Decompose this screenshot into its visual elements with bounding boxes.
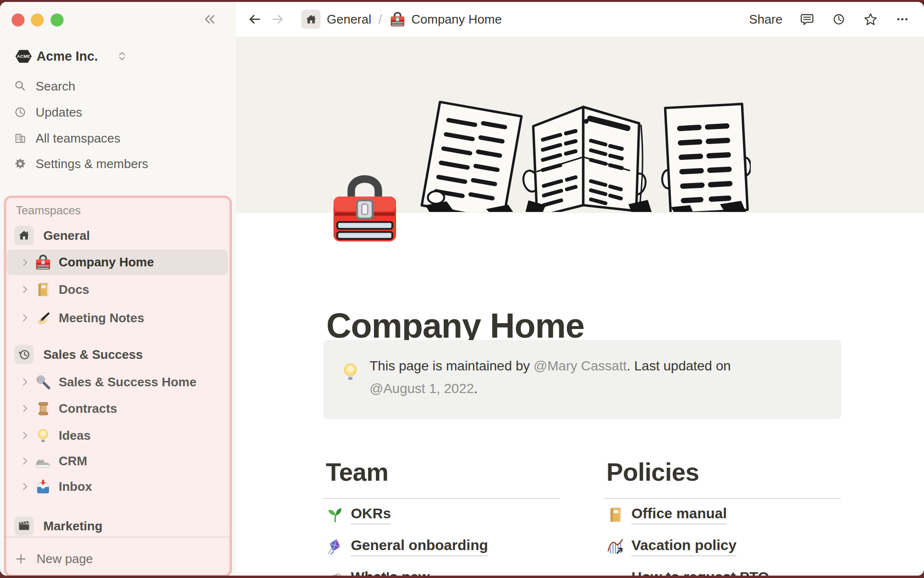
link-label: General onboarding bbox=[351, 537, 488, 556]
zoom-window-button[interactable] bbox=[51, 13, 64, 26]
callout-text: This page is maintained by @Mary Cassatt… bbox=[370, 355, 731, 400]
plus-icon bbox=[14, 552, 27, 565]
page-item-label: Sales & Success Home bbox=[59, 375, 196, 390]
sidebar-item-label: Updates bbox=[36, 105, 82, 120]
forward-icon[interactable] bbox=[270, 12, 285, 26]
link-vacation-policy[interactable]: Vacation policy bbox=[604, 531, 841, 563]
page-item-label: Company Home bbox=[59, 255, 154, 270]
breadcrumb-home-chip[interactable] bbox=[301, 10, 321, 29]
new-page-button[interactable]: New page bbox=[0, 546, 232, 571]
teamspace-sales-success[interactable]: Sales & Success bbox=[0, 343, 232, 366]
inbox-icon bbox=[35, 478, 51, 495]
page-item-crm[interactable]: CRM bbox=[0, 448, 232, 474]
notebook-icon bbox=[606, 506, 625, 524]
breadcrumb-general[interactable]: General bbox=[327, 12, 372, 27]
callout-prefix: This page is maintained by bbox=[370, 358, 534, 373]
link-whats-new[interactable]: What's new bbox=[323, 563, 560, 576]
teamspace-label: Sales & Success bbox=[43, 347, 143, 362]
teamspace-general[interactable]: General bbox=[0, 224, 232, 247]
sidebar-item-label: Search bbox=[36, 79, 75, 94]
main-content: General / Company Home Share bbox=[236, 2, 924, 576]
link-label: What's new bbox=[351, 569, 430, 576]
comment-icon[interactable] bbox=[800, 12, 814, 26]
gear-icon bbox=[13, 157, 27, 171]
sidebar-item-search[interactable]: Search bbox=[0, 73, 236, 99]
page-icon-toolbox[interactable] bbox=[326, 171, 403, 247]
page-item-label: CRM bbox=[59, 454, 87, 469]
sidebar-item-all-teamspaces[interactable]: All teamspaces bbox=[0, 125, 236, 151]
close-window-button[interactable] bbox=[12, 13, 25, 26]
minimize-window-button[interactable] bbox=[31, 13, 44, 26]
column-heading[interactable]: Policies bbox=[606, 460, 841, 485]
link-general-onboarding[interactable]: General onboarding bbox=[323, 531, 560, 563]
workspace-switch-icon bbox=[116, 50, 128, 63]
page-item-ideas[interactable]: Ideas bbox=[0, 422, 232, 448]
clock-icon[interactable] bbox=[832, 12, 846, 26]
kite-icon bbox=[326, 538, 344, 556]
house-icon bbox=[17, 229, 31, 242]
newspapers-illustration bbox=[414, 93, 751, 212]
mention-mary-cassatt[interactable]: @Mary Cassatt bbox=[534, 358, 627, 373]
teamspace-label: Marketing bbox=[43, 519, 103, 534]
workspace-name: Acme Inc. bbox=[37, 49, 98, 64]
page-item-label: Ideas bbox=[59, 428, 91, 443]
sidebar-item-settings-members[interactable]: Settings & members bbox=[0, 151, 236, 177]
column-team: Team OKRs General onboarding What's new bbox=[323, 460, 560, 576]
microphone-icon bbox=[35, 374, 51, 391]
chevron-right-icon[interactable] bbox=[19, 455, 31, 467]
scroll-icon bbox=[35, 400, 51, 417]
teamspace-marketing[interactable]: Marketing bbox=[0, 515, 232, 537]
mention-august-1-2022[interactable]: @August 1, 2022 bbox=[370, 381, 474, 396]
callout-middle: . Last updated on bbox=[627, 358, 731, 373]
workspace-switcher[interactable]: ACME Acme Inc. bbox=[0, 45, 236, 67]
column-heading[interactable]: Team bbox=[326, 460, 560, 485]
link-label: Vacation policy bbox=[631, 537, 736, 556]
callout-suffix: . bbox=[474, 381, 478, 396]
bulb-icon bbox=[35, 427, 51, 444]
link-label: How to request PTO bbox=[631, 569, 769, 576]
page-title[interactable]: Company Home bbox=[326, 306, 584, 345]
acme-logo-icon: ACME bbox=[14, 49, 33, 64]
link-label: OKRs bbox=[351, 505, 391, 525]
more-icon[interactable] bbox=[895, 12, 910, 26]
teamspace-icon-chip bbox=[14, 226, 34, 245]
link-how-to-request-pto[interactable]: How to request PTO bbox=[604, 563, 841, 576]
collapse-sidebar-icon[interactable] bbox=[201, 12, 217, 27]
teamspace-icon-chip bbox=[14, 345, 34, 364]
teamspace-icon-chip bbox=[14, 516, 34, 536]
toolbox-icon bbox=[35, 254, 51, 271]
chevron-right-icon[interactable] bbox=[19, 284, 31, 295]
chevron-right-icon[interactable] bbox=[19, 403, 31, 414]
cloud-icon bbox=[606, 569, 625, 576]
page-item-docs[interactable]: Docs bbox=[0, 276, 232, 302]
page-item-contracts[interactable]: Contracts bbox=[0, 395, 232, 421]
chevron-right-icon[interactable] bbox=[19, 312, 31, 324]
chevron-right-icon[interactable] bbox=[19, 257, 31, 268]
star-icon[interactable] bbox=[863, 12, 878, 26]
page-item-meeting-notes[interactable]: Meeting Notes bbox=[0, 305, 232, 331]
sidebar-item-label: Settings & members bbox=[36, 157, 148, 171]
page-item-label: Meeting Notes bbox=[59, 311, 144, 326]
topbar: General / Company Home Share bbox=[236, 2, 924, 37]
share-button[interactable]: Share bbox=[749, 12, 783, 27]
newspaper-icon bbox=[326, 569, 344, 576]
chevron-right-icon[interactable] bbox=[19, 376, 31, 388]
teamspace-label: General bbox=[43, 228, 90, 243]
toolbox-icon bbox=[389, 11, 406, 27]
link-office-manual[interactable]: Office manual bbox=[604, 499, 841, 531]
teamspaces-section-label: Teamspaces bbox=[16, 204, 81, 217]
clapperboard-icon bbox=[17, 519, 31, 533]
breadcrumb-separator: / bbox=[379, 12, 382, 27]
breadcrumb-company-home[interactable]: Company Home bbox=[411, 12, 502, 27]
page-item-sales-success-home[interactable]: Sales & Success Home bbox=[0, 369, 232, 395]
link-okrs[interactable]: OKRs bbox=[323, 499, 560, 531]
chevron-right-icon[interactable] bbox=[19, 481, 31, 492]
callout-block: This page is maintained by @Mary Cassatt… bbox=[323, 340, 841, 419]
page-item-inbox[interactable]: Inbox bbox=[0, 473, 232, 499]
history-clock-icon bbox=[17, 348, 31, 361]
house-icon bbox=[305, 13, 318, 26]
sidebar-item-updates[interactable]: Updates bbox=[0, 99, 236, 125]
page-item-company-home[interactable]: Company Home bbox=[7, 250, 228, 275]
chevron-right-icon[interactable] bbox=[19, 430, 31, 441]
back-icon[interactable] bbox=[247, 12, 262, 26]
